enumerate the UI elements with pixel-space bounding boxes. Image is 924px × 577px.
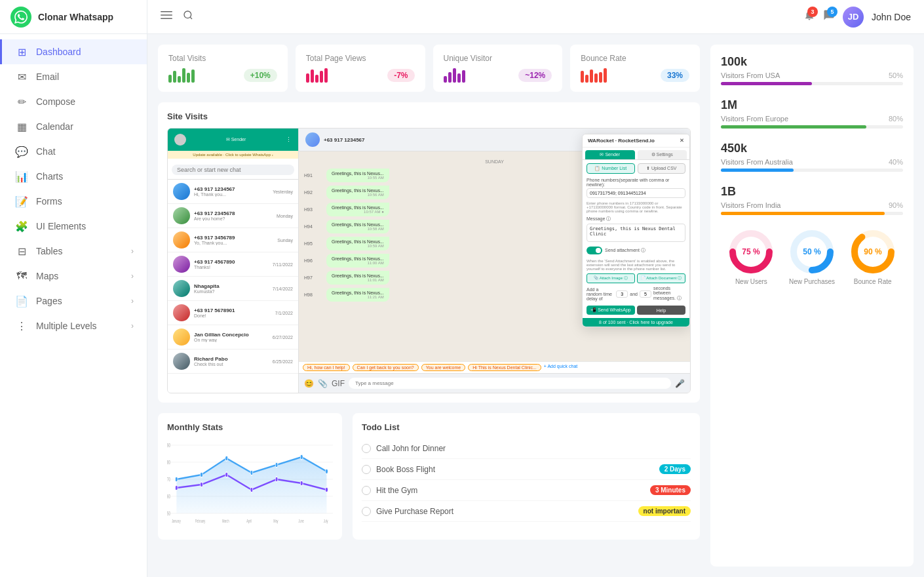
svg-point-26 [250, 487, 253, 492]
number-list-button[interactable]: 📋 Number List [587, 163, 635, 174]
messages-button[interactable]: 5 [823, 9, 835, 24]
wa-contact-info: Richard Pabo Check this out [194, 356, 273, 367]
sidebar-item-chat[interactable]: 💬 Chat [0, 139, 147, 164]
bar [457, 73, 461, 83]
warocket-close-icon[interactable]: ✕ [680, 138, 684, 144]
attach-document-button[interactable]: 📄 Attach Document ⓘ [637, 273, 685, 283]
sidebar-item-label: Calendar [36, 121, 134, 132]
svg-point-25 [225, 472, 228, 477]
stat-bars [306, 68, 328, 83]
monthly-stats-svg: 90 80 70 60 50 [167, 439, 333, 524]
wa-contact-item[interactable]: +63 917 2345678 Are you home? Monday [168, 204, 298, 228]
stat-title: Total Page Views [306, 54, 415, 63]
delay-input-2[interactable] [640, 290, 651, 298]
wa-message-input[interactable] [349, 378, 671, 389]
sidebar-item-email[interactable]: ✉ Email [0, 64, 147, 89]
wa-contact-msg: On my way [194, 338, 273, 342]
wa-contact-item[interactable]: Richard Pabo Check this out 6/25/2022 [168, 349, 298, 374]
wa-message: Greetings, this is Nexus... 10:55 AM [326, 169, 389, 182]
phone-hint: Enter phone numbers in 17133000000 or +1… [587, 201, 685, 213]
wa-quick-reply-bar: Hi, how can I help! Can I get back to yo… [299, 361, 690, 373]
wa-contact-item[interactable]: +63 917 4567890 Thanks! 7/11/2022 [168, 252, 298, 277]
wa-msg-text: Greetings, this is Nexus... [332, 188, 384, 193]
sidebar-item-ui-elements[interactable]: 🧩 UI Elements [0, 214, 147, 239]
wa-contact-item[interactable]: +63 917 3456789 Yo, Thank you... Sunday [168, 228, 298, 252]
sidebar-item-compose[interactable]: ✏ Compose [0, 89, 147, 114]
progress-bar-india [721, 212, 885, 215]
wa-contact-avatar [173, 280, 190, 297]
visitor-value-usa: 100k [721, 55, 903, 69]
delay-text-pre: Add a random time delay of [587, 287, 614, 301]
warocket-tab-sender[interactable]: ✉ Sender [585, 150, 635, 159]
avatar[interactable]: JD [843, 7, 864, 28]
chat-icon: 💬 [15, 145, 28, 158]
visitor-pct-usa: 50% [889, 71, 903, 79]
quick-reply-item[interactable]: Hi, how can I help! [303, 364, 350, 371]
wa-mic-icon[interactable]: 🎤 [675, 379, 685, 388]
add-quick-reply-btn[interactable]: + Add quick chat [544, 364, 578, 371]
message-textarea[interactable]: Greetings, this is Nexus Dental Clinic [587, 224, 685, 242]
warocket-footer[interactable]: 8 of 100 sent · Click here to upgrade [583, 318, 689, 327]
todo-checkbox[interactable] [362, 465, 371, 474]
quick-reply-item[interactable]: You are welcome [421, 364, 465, 371]
wa-emoji-icon[interactable]: 😊 [304, 379, 314, 388]
todo-checkbox[interactable] [362, 444, 371, 453]
wa-msg-text: Greetings, this is Nexus... [332, 290, 384, 295]
menu-button[interactable] [161, 9, 172, 24]
sidebar-item-tables[interactable]: ⊟ Tables › [0, 239, 147, 264]
quick-reply-item[interactable]: Can I get back to you soon? [353, 364, 419, 371]
wa-contact-avatar [173, 231, 190, 249]
sidebar-item-maps[interactable]: 🗺 Maps › [0, 264, 147, 288]
wa-contact-item[interactable]: Nhagapita Kumusta? 7/14/2022 [168, 277, 298, 301]
svg-text:July: July [324, 517, 328, 523]
svg-text:50: 50 [167, 510, 170, 516]
svg-point-18 [225, 456, 228, 461]
stat-title: Total Visits [168, 54, 277, 63]
sidebar-item-calendar[interactable]: ▦ Calendar [0, 114, 147, 139]
quick-reply-item[interactable]: Hi This is Nexus Dental Clinic... [468, 364, 541, 371]
visitor-label-row: Visitors From Europe 80% [721, 115, 903, 123]
wa-contact-time: Sunday [277, 238, 293, 243]
wa-contact-item[interactable]: +63 917 5678901 Done! 7/1/2022 [168, 301, 298, 325]
help-button[interactable]: Help [637, 306, 685, 315]
send-attachment-toggle[interactable] [587, 247, 602, 254]
svg-point-20 [275, 462, 278, 468]
upload-csv-button[interactable]: ⬆ Upload CSV [638, 163, 686, 174]
sidebar-item-label: Email [36, 71, 134, 82]
wa-contact-item[interactable]: Jan Gillian Concepcio On my way 6/27/202… [168, 325, 298, 349]
visitor-value-australia: 450k [721, 142, 903, 155]
attach-image-button[interactable]: 📎 Attach Image ⓘ [587, 273, 635, 283]
todo-checkbox[interactable] [362, 486, 371, 495]
sidebar-item-multiple-levels[interactable]: ⋮ Multiple Levels › [0, 313, 147, 338]
delay-input-1[interactable] [616, 290, 628, 298]
todo-item-4: Give Purchase Report not important [362, 501, 691, 522]
wa-contact-msg: Are you home? [194, 216, 277, 221]
wa-contact-name: +63 917 2345678 [194, 210, 277, 216]
phone-numbers-input[interactable] [587, 188, 685, 198]
todo-checkbox[interactable] [362, 507, 371, 516]
stat-card-unique-visitor: Unique Visitor ~12% [433, 45, 563, 92]
sidebar-item-charts[interactable]: 📊 Charts [0, 164, 147, 189]
user-name[interactable]: John Doe [872, 12, 911, 22]
wa-gif-icon[interactable]: GIF [332, 379, 345, 388]
wa-search-input[interactable] [172, 165, 294, 175]
wa-contact-info: Jan Gillian Concepcio On my way [194, 332, 273, 342]
wa-attach-icon[interactable]: 📎 [318, 379, 328, 388]
search-button[interactable] [183, 10, 193, 24]
phone-numbers-label: Phone numbers(separate with comma or new… [587, 178, 685, 187]
forms-icon: 📝 [15, 195, 28, 208]
delay-row: Add a random time delay of and seconds b… [587, 286, 685, 302]
visitor-section-europe: 1M Visitors From Europe 80% [721, 98, 903, 129]
notifications-button[interactable]: 3 [803, 9, 815, 24]
wa-contact-avatar [173, 304, 190, 321]
warocket-tab-settings[interactable]: ⚙ Settings [638, 150, 687, 159]
bar [444, 76, 447, 83]
sidebar-item-pages[interactable]: 📄 Pages › [0, 288, 147, 313]
charts-icon: 📊 [15, 170, 28, 183]
sidebar-item-dashboard[interactable]: ⊞ Dashboard [0, 39, 147, 64]
bar [448, 72, 452, 83]
sidebar-item-forms[interactable]: 📝 Forms [0, 189, 147, 214]
wa-contact-item[interactable]: +63 917 1234567 Hi, Thank you... Yesterd… [168, 180, 298, 204]
todo-item-2: Book Boss Flight 2 Days [362, 459, 691, 480]
send-whatsapp-button[interactable]: 📲 Send WhatsApp [587, 306, 635, 315]
